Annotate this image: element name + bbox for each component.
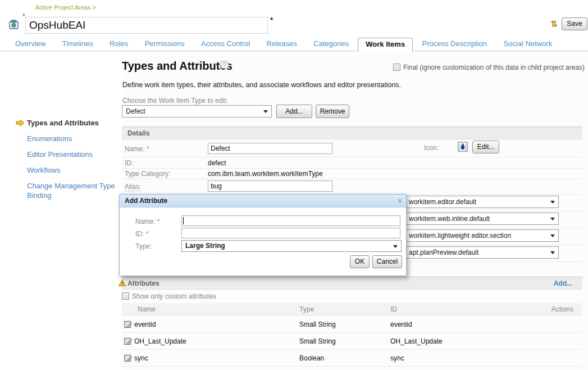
tab-categories[interactable]: Categories	[306, 37, 356, 51]
tab-work-items[interactable]: Work Items	[358, 38, 413, 52]
dialog-name-input[interactable]	[181, 215, 400, 226]
chevron-down-icon	[550, 234, 555, 237]
add-attribute-dialog: Add Attribute × Name: * ID: * Type: Larg…	[119, 194, 407, 276]
chevron-down-icon	[550, 201, 555, 204]
detail-row-category: Type Category: com.ibm.team.workitem.wor…	[122, 169, 582, 179]
dialog-type-select[interactable]: Large String	[181, 240, 402, 252]
close-icon[interactable]: ×	[398, 196, 402, 205]
attributes-section-header: Attributes Add...	[122, 277, 582, 290]
choose-type-label: Choose the Work Item Type to edit:	[122, 97, 228, 105]
alias-label: Alias:	[125, 183, 141, 191]
attribute-id: sync	[390, 354, 404, 362]
project-name-field-box	[25, 17, 268, 34]
unsaved-changes-marker: *	[270, 16, 273, 24]
dialog-name-label: Name: *	[135, 218, 159, 225]
warning-icon	[118, 279, 126, 286]
page-title: Types and Attributes	[122, 60, 233, 73]
edit-icon-button[interactable]: Edit...	[472, 141, 499, 154]
icon-label: Icon:	[424, 144, 439, 152]
attribute-name: OH_Last_Update	[134, 337, 186, 345]
show-custom-row: Show only custom attributes	[122, 292, 216, 300]
attribute-name: eventid	[134, 321, 156, 328]
chevron-down-icon	[550, 218, 555, 220]
tab-social-network[interactable]: Social Network	[496, 37, 559, 51]
project-name-input[interactable]	[26, 17, 267, 33]
column-name: Name	[138, 305, 156, 313]
column-actions: Actions	[551, 305, 573, 313]
sidebar-item-enumerations[interactable]: Enumerations	[27, 134, 117, 143]
id-value: defect	[208, 159, 226, 167]
chevron-down-icon	[393, 245, 398, 248]
project-area-icon	[9, 20, 20, 30]
attributes-table-header: Name Type ID Actions	[122, 303, 582, 315]
type-category-value: com.ibm.team.workitem.workItemType	[208, 170, 323, 178]
detail-row-id: ID: defect	[122, 157, 582, 169]
pending-changes-icon: ⇄	[549, 20, 559, 28]
sidebar-item-change-management-type-binding[interactable]: Change Management Type Binding	[27, 181, 117, 200]
work-item-type-select[interactable]: Defect	[122, 105, 272, 118]
title-required-marker: *	[22, 12, 25, 20]
dialog-title: Add Attribute	[120, 195, 406, 207]
dialog-id-input[interactable]	[181, 228, 400, 238]
attribute-icon	[124, 321, 133, 328]
attribute-type: Small String	[299, 337, 336, 345]
column-type: Type	[299, 305, 314, 313]
show-custom-label: Show only custom attributes	[132, 292, 216, 300]
attribute-id: eventid	[390, 321, 412, 328]
work-item-type-icon[interactable]	[458, 142, 468, 152]
project-area-admin-page: Active Project Areas > * * ⇄ Save Overvi…	[0, 0, 588, 370]
table-row-sync[interactable]: sync Boolean sync	[122, 350, 582, 367]
final-checkbox-row: Final (ignore customization of this data…	[393, 64, 585, 71]
table-row-eventid[interactable]: eventid Small String eventid	[122, 316, 582, 333]
admin-sidebar: Types and Attributes Enumerations Editor…	[0, 52, 122, 370]
help-icon[interactable]: ?	[221, 61, 229, 69]
tab-releases[interactable]: Releases	[259, 37, 304, 51]
current-section-arrow-icon	[16, 119, 25, 127]
text-cursor	[183, 217, 184, 224]
attribute-type: Boolean	[299, 354, 324, 362]
detail-row-alias: Alias:	[122, 179, 582, 195]
final-checkbox-label: Final (ignore customization of this data…	[403, 64, 585, 71]
chevron-down-icon	[263, 110, 268, 113]
add-type-button[interactable]: Add...	[276, 105, 312, 118]
tab-overview[interactable]: Overview	[8, 37, 53, 51]
tab-timelines[interactable]: Timelines	[55, 37, 101, 51]
tab-access-control[interactable]: Access Control	[194, 37, 257, 51]
sidebar-item-editor-presentations[interactable]: Editor Presentations	[27, 150, 117, 159]
add-attribute-link[interactable]: Add...	[554, 277, 572, 290]
sidebar-item-types-attributes[interactable]: Types and Attributes	[27, 118, 117, 128]
detail-row-name: Name: * Icon: Edit...	[122, 141, 582, 157]
chevron-down-icon	[550, 251, 555, 254]
attribute-icon	[124, 337, 133, 345]
type-category-label: Type Category:	[125, 170, 170, 178]
tab-process-description[interactable]: Process Description	[414, 37, 494, 51]
save-button[interactable]: Save	[562, 17, 587, 30]
ok-button[interactable]: OK	[350, 255, 370, 268]
attribute-icon	[124, 354, 133, 362]
attribute-id: OH_Last_Update	[390, 337, 443, 345]
cancel-button[interactable]: Cancel	[372, 255, 402, 268]
alias-input[interactable]	[208, 181, 332, 192]
name-label: Name: *	[125, 145, 149, 153]
table-row-oh-last-update[interactable]: OH_Last_Update Small String OH_Last_Upda…	[122, 333, 582, 350]
sidebar-item-workflows[interactable]: Workflows	[27, 165, 117, 175]
attribute-type: Small String	[299, 321, 336, 328]
tab-permissions[interactable]: Permissions	[138, 37, 192, 51]
attribute-name: sync	[134, 354, 148, 362]
type-name-input[interactable]	[208, 143, 332, 154]
tab-roles[interactable]: Roles	[102, 37, 135, 51]
section-description: Define work item types, their attributes…	[122, 81, 401, 89]
tab-bar: Overview Timelines Roles Permissions Acc…	[0, 37, 588, 51]
id-label: ID:	[125, 159, 133, 167]
final-checkbox[interactable]	[393, 64, 400, 71]
dialog-type-label: Type:	[135, 242, 152, 250]
dialog-id-label: ID: *	[135, 230, 148, 238]
show-custom-checkbox[interactable]	[122, 292, 129, 300]
breadcrumb[interactable]: Active Project Areas >	[35, 4, 96, 11]
remove-type-button[interactable]: Remove	[316, 105, 349, 118]
details-section-header: Details	[122, 127, 582, 139]
column-id: ID	[390, 305, 397, 313]
